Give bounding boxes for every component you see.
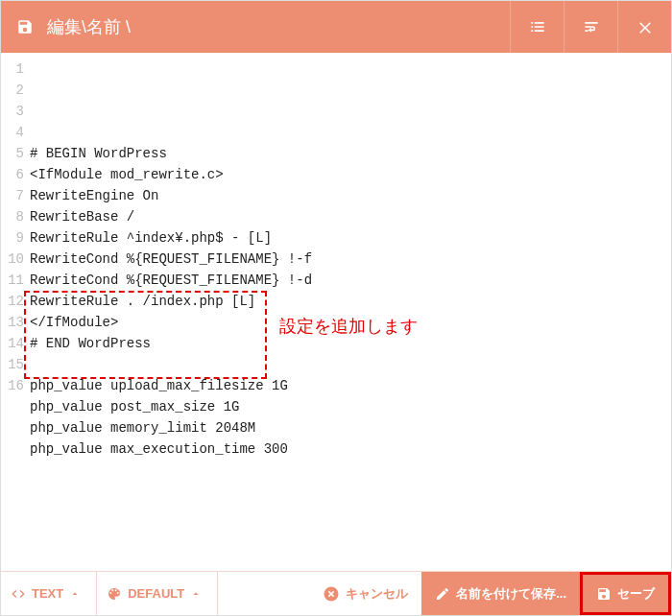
annotation-text: 設定を追加します xyxy=(279,316,418,337)
line-number: 4 xyxy=(1,122,24,143)
line-number: 9 xyxy=(1,227,24,249)
code-line[interactable]: RewriteRule . /index.php [L] xyxy=(30,291,671,312)
line-number: 5 xyxy=(1,143,24,164)
theme-button[interactable]: DEFAULT xyxy=(97,572,218,615)
line-number: 16 xyxy=(1,375,24,396)
line-number: 10 xyxy=(1,249,24,270)
code-line[interactable]: php_value upload_max_filesize 1G xyxy=(30,375,671,396)
code-line[interactable]: <IfModule mod_rewrite.c> xyxy=(30,164,671,185)
save-icon xyxy=(596,586,612,602)
code-line[interactable] xyxy=(30,354,671,375)
list-icon xyxy=(528,17,547,36)
palette-icon xyxy=(107,586,122,602)
wrap-icon xyxy=(582,17,601,36)
code-line[interactable]: php_value max_execution_time 300 xyxy=(30,438,671,460)
code-content[interactable]: 設定を追加します # BEGIN WordPress<IfModule mod_… xyxy=(30,59,671,481)
line-number: 15 xyxy=(1,354,24,375)
close-icon xyxy=(636,18,654,36)
save-as-button[interactable]: 名前を付けて保存... xyxy=(421,572,580,615)
text-mode-button[interactable]: TEXT xyxy=(1,572,97,615)
code-line[interactable]: RewriteCond %{REQUEST_FILENAME} !-d xyxy=(30,270,671,291)
editor-area[interactable]: 12345678910111213141516 設定を追加します # BEGIN… xyxy=(1,53,671,571)
close-button[interactable] xyxy=(617,1,671,53)
theme-label: DEFAULT xyxy=(128,586,184,601)
line-number: 7 xyxy=(1,185,24,206)
line-number: 2 xyxy=(1,80,24,101)
code-line[interactable]: RewriteBase / xyxy=(30,206,671,227)
save-highlight: セーブ xyxy=(580,572,671,615)
cancel-label: キャンセル xyxy=(346,585,408,603)
code-line[interactable]: # BEGIN WordPress xyxy=(30,143,671,164)
code-line[interactable] xyxy=(30,460,671,481)
text-mode-label: TEXT xyxy=(32,586,63,601)
chevron-up-icon xyxy=(69,588,81,600)
line-number: 11 xyxy=(1,270,24,291)
save-label: セーブ xyxy=(617,585,655,603)
cancel-icon xyxy=(323,585,340,603)
code-line[interactable]: php_value post_max_size 1G xyxy=(30,396,671,417)
code-line[interactable]: RewriteCond %{REQUEST_FILENAME} !-f xyxy=(30,249,671,270)
code-line[interactable]: RewriteEngine On xyxy=(30,185,671,206)
window-title: 編集\名前 \ xyxy=(47,15,510,38)
pencil-icon xyxy=(435,586,450,602)
line-number: 13 xyxy=(1,312,24,333)
cancel-button[interactable]: キャンセル xyxy=(309,572,421,615)
chevron-up-icon xyxy=(190,588,202,600)
wrap-button[interactable] xyxy=(564,1,617,53)
line-number: 8 xyxy=(1,206,24,227)
list-button[interactable] xyxy=(510,1,564,53)
line-number: 14 xyxy=(1,333,24,354)
code-line[interactable]: RewriteRule ^index¥.php$ - [L] xyxy=(30,227,671,249)
code-line[interactable]: php_value memory_limit 2048M xyxy=(30,417,671,438)
line-number: 3 xyxy=(1,101,24,122)
line-number: 6 xyxy=(1,164,24,185)
save-as-label: 名前を付けて保存... xyxy=(456,585,566,603)
footer: TEXT DEFAULT キャンセル 名前を付けて保存... xyxy=(1,571,671,615)
footer-spacer xyxy=(218,572,309,615)
editor-window: 編集\名前 \ 12345678910111213141516 設定を追加します… xyxy=(0,0,672,616)
header: 編集\名前 \ xyxy=(1,1,671,53)
line-number: 1 xyxy=(1,59,24,80)
line-gutter: 12345678910111213141516 xyxy=(1,59,30,396)
save-button[interactable]: セーブ xyxy=(583,575,668,612)
save-icon xyxy=(16,18,34,36)
code-icon xyxy=(11,586,26,602)
line-number: 12 xyxy=(1,291,24,312)
